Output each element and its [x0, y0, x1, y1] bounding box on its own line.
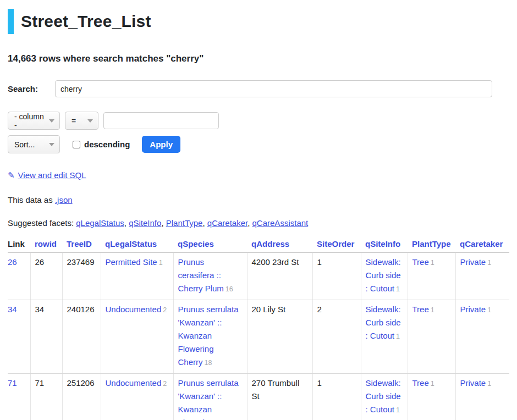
sort-by-qspecies[interactable]: qSpecies	[178, 239, 214, 248]
facet-link-planttype[interactable]: PlantType	[166, 218, 203, 228]
cell-qspecies: Prunus cerasifera :: Cherry Plum16	[173, 253, 247, 300]
cell-treeid: 251206	[62, 374, 101, 420]
row-link[interactable]: 71	[8, 378, 17, 388]
facet-link-qcaretaker[interactable]: qCaretaker	[207, 218, 248, 228]
cell-planttype: Tree1	[408, 374, 455, 420]
cell-link: 26	[8, 253, 30, 300]
cell-planttype: Tree1	[408, 300, 455, 374]
descending-label: descending	[84, 140, 130, 149]
table-row: 34 34 240126 Undocumented2 Prunus serrul…	[8, 300, 509, 374]
facet-count: 1	[396, 333, 400, 340]
sort-by-rowid[interactable]: rowid	[35, 239, 57, 248]
sort-by-qaddress[interactable]: qAddress	[251, 239, 289, 248]
results-table: Link rowid TreeID qLegalStatus qSpecies …	[8, 238, 509, 420]
facet-value-link[interactable]: Prunus serrulata 'Kwanzan' :: Kwanzan Fl…	[178, 305, 239, 367]
json-link[interactable]: .json	[55, 195, 73, 205]
cell-siteorder: 1	[312, 253, 361, 300]
facet-value-link[interactable]: Prunus serrulata 'Kwanzan' :: Kwanzan Fl…	[178, 378, 239, 420]
facet-count: 2	[163, 306, 167, 314]
page-header: Street_Tree_List	[8, 9, 509, 34]
view-edit-sql-link[interactable]: View and edit SQL	[18, 170, 86, 180]
sort-by-qcaretaker[interactable]: qCaretaker	[460, 239, 503, 248]
cell-rowid: 71	[30, 374, 62, 420]
column-header-treeid: TreeID	[62, 238, 101, 253]
facet-separator: ,	[161, 218, 166, 228]
cell-treeid: 240126	[62, 300, 101, 374]
cell-siteorder: 1	[312, 374, 361, 420]
search-label: Search:	[8, 84, 55, 93]
operator-select-value: =	[72, 117, 76, 125]
page-title: Street_Tree_List	[21, 12, 151, 31]
facet-value-link[interactable]: Tree	[413, 378, 429, 388]
sort-by-siteorder[interactable]: SiteOrder	[317, 239, 354, 248]
cell-qspecies: Prunus serrulata 'Kwanzan' :: Kwanzan Fl…	[173, 300, 247, 374]
cell-siteorder: 2	[312, 300, 361, 374]
cell-qspecies: Prunus serrulata 'Kwanzan' :: Kwanzan Fl…	[173, 374, 247, 420]
facet-value-link[interactable]: Undocumented	[106, 305, 162, 314]
sort-by-planttype[interactable]: PlantType	[412, 239, 451, 248]
filter-value-input[interactable]	[103, 112, 219, 129]
column-header-qlegalstatus: qLegalStatus	[101, 238, 173, 253]
sort-by-qsiteinfo[interactable]: qSiteInfo	[365, 239, 400, 248]
facet-value-link[interactable]: Private	[460, 257, 486, 267]
search-input[interactable]	[55, 80, 492, 97]
sort-row: Sort... descending Apply	[8, 135, 509, 153]
facet-count: 2	[163, 380, 167, 388]
cell-rowid: 34	[30, 300, 62, 374]
sort-select[interactable]: Sort...	[8, 135, 60, 153]
table-header-row: Link rowid TreeID qLegalStatus qSpecies …	[8, 238, 509, 253]
sort-by-treeid[interactable]: TreeID	[67, 239, 92, 248]
column-header-rowid: rowid	[30, 238, 62, 253]
filter-row: - column - =	[8, 112, 509, 130]
data-export-line: This data as .json	[8, 195, 509, 205]
row-count-summary: 14,663 rows where search matches "cherry…	[8, 53, 509, 64]
column-header-qsiteinfo: qSiteInfo	[361, 238, 408, 253]
facet-count: 1	[431, 380, 435, 388]
cell-qlegalstatus: Undocumented2	[101, 300, 173, 374]
cell-rowid: 26	[30, 253, 62, 300]
facet-value-link[interactable]: Private	[460, 378, 486, 388]
column-header-qaddress: qAddress	[247, 238, 312, 253]
facet-link-qlegalstatus[interactable]: qLegalStatus	[76, 218, 124, 228]
cell-qaddress: 4200 23rd St	[247, 253, 312, 300]
facet-count: 1	[396, 285, 400, 293]
chevron-down-icon	[87, 119, 93, 123]
cell-qcaretaker: Private1	[455, 374, 509, 420]
column-select-value: - column -	[14, 112, 45, 130]
row-link[interactable]: 34	[8, 305, 17, 314]
facet-count: 1	[396, 406, 400, 414]
chevron-down-icon	[49, 143, 54, 146]
descending-option: descending	[73, 140, 130, 149]
facet-value-link[interactable]: Tree	[413, 305, 429, 314]
cell-treeid: 237469	[62, 253, 101, 300]
chevron-down-icon	[49, 119, 54, 123]
cell-qsiteinfo: Sidewalk: Curb side : Cutout1	[361, 374, 408, 420]
sort-by-qlegalstatus[interactable]: qLegalStatus	[105, 239, 157, 248]
descending-checkbox[interactable]	[73, 141, 80, 148]
facet-link-qsiteinfo[interactable]: qSiteInfo	[129, 218, 161, 228]
row-link[interactable]: 26	[8, 257, 17, 267]
table-row: 71 71 251206 Undocumented2 Prunus serrul…	[8, 374, 509, 420]
cell-qcaretaker: Private1	[455, 253, 509, 300]
facet-link-qcareassistant[interactable]: qCareAssistant	[252, 218, 309, 228]
operator-select[interactable]: =	[65, 112, 98, 130]
facet-value-link[interactable]: Prunus cerasifera :: Cherry Plum	[178, 257, 224, 293]
facet-count: 18	[205, 359, 212, 367]
pencil-icon: ✎	[8, 170, 15, 180]
column-select[interactable]: - column -	[8, 112, 60, 130]
facet-count: 1	[487, 380, 491, 388]
facet-count: 1	[431, 259, 435, 267]
facet-value-link[interactable]: Permitted Site	[106, 257, 157, 267]
facet-value-link[interactable]: Undocumented	[106, 378, 162, 388]
column-header-siteorder: SiteOrder	[312, 238, 361, 253]
facet-value-link[interactable]: Tree	[413, 257, 429, 267]
cell-link: 71	[8, 374, 30, 420]
facet-separator: ,	[124, 218, 129, 228]
cell-qlegalstatus: Permitted Site1	[101, 253, 173, 300]
cell-qaddress: 270 Trumbull St	[247, 374, 312, 420]
facet-value-link[interactable]: Private	[460, 305, 486, 314]
apply-button[interactable]: Apply	[142, 136, 180, 153]
facet-count: 16	[226, 285, 233, 293]
column-header-qcaretaker: qCaretaker	[455, 238, 509, 253]
cell-qsiteinfo: Sidewalk: Curb side : Cutout1	[361, 253, 408, 300]
